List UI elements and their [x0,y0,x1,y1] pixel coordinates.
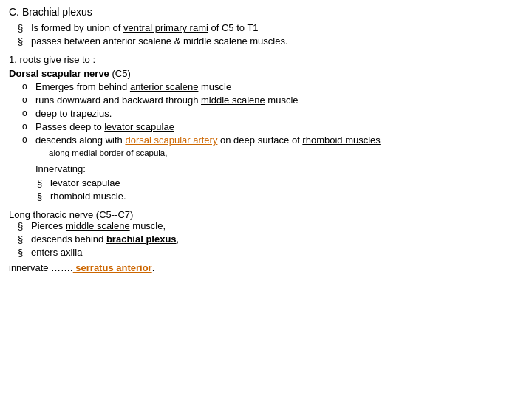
lt-3: enters axilla [31,247,523,258]
roots-label: roots [19,54,41,65]
small-indent-line: along medial border of scapula, [9,149,523,157]
bullet-1: Is formed by union of ventral primary ra… [31,22,523,33]
lt-underline: Long thoracic nerve [9,209,93,220]
lt-1: Pierces middle scalene muscle, [31,220,523,231]
long-thoracic-section: Long thoracic nerve (C5--C7) Pierces mid… [9,209,523,273]
lt1-underline: middle scalene [66,220,130,231]
c2-underline: middle scalene [201,95,265,106]
lt2-bold-underline: brachial plexus [106,233,177,245]
bullet-1-after: of C5 to T1 [208,22,259,33]
innervate-line: innervate ……. serratus anterior. [9,262,523,273]
bullet-1-before: Is formed by union of [31,22,123,33]
bullet-1-underline: ventral primary rami [123,22,208,33]
main-bullets: Is formed by union of ventral primary ra… [9,22,523,47]
long-thoracic-title: Long thoracic nerve (C5--C7) [9,209,523,220]
c3-text: deep to trapezius. [35,108,112,119]
innervate-before: innervate ……. [9,262,73,273]
innervating-1-text: levator scapulae [50,177,120,188]
innervating-title: Innervating: [35,163,523,174]
innervate-dot: . [152,262,155,273]
c5-before: descends along with [35,134,125,146]
lt3-text: enters axilla [31,247,82,258]
circle-5: descends along with dorsal scapular arte… [35,134,523,146]
lt1-before: Pierces [31,220,66,231]
c5-orange: dorsal scapular artery [125,134,217,146]
circle-list: Emerges from behind anterior scalene mus… [9,81,523,146]
dorsal-after: (C5) [109,68,131,79]
innervating-2: rhomboid muscle. [50,191,523,202]
c5-underline2: rhomboid muscles [302,134,381,146]
lt1-after: muscle, [130,220,166,231]
lt-2: descends behind brachial plexus, [31,233,523,245]
c1-underline: anterior scalene [130,81,199,92]
lt-bullets: Pierces middle scalene muscle, descends … [9,220,523,258]
roots-after: give rise to : [41,54,95,65]
section-label: C. Brachial plexus [9,6,92,18]
innervating-2-text: rhomboid muscle. [50,191,126,202]
innervating-1: levator scapulae [50,177,523,188]
innervating-list: levator scapulae rhomboid muscle. [35,177,523,202]
c2-before: runs downward and backward through [35,95,201,106]
innervating-label: Innervating: [35,163,86,174]
circle-4: Passes deep to levator scapulae [35,121,523,132]
bullet-2: passes between anterior scalene & middle… [31,35,523,47]
lt2-after: , [177,233,180,245]
small-indent-text: along medial border of scapula, [49,149,167,157]
section-title: C. Brachial plexus [9,6,523,18]
c1-after: muscle [198,81,231,92]
bullet-2-text: passes between anterior scalene & middle… [31,35,288,47]
innervating-section: Innervating: levator scapulae rhomboid m… [9,163,523,202]
lt-after: (C5--C7) [93,209,133,220]
circle-1: Emerges from behind anterior scalene mus… [35,81,523,92]
c5-mid: on deep surface of [217,134,302,146]
c1-before: Emerges from behind [35,81,130,92]
roots-number: 1. [9,54,19,65]
lt2-before: descends behind [31,233,106,245]
dorsal-title: Dorsal scapular nerve (C5) [9,68,523,79]
c4-underline: levator scapulae [104,121,174,132]
circle-3: deep to trapezius. [35,108,523,119]
page-content: C. Brachial plexus Is formed by union of… [9,6,523,273]
innervate-orange: serratus anterior [73,262,152,273]
roots-line: 1. roots give rise to : [9,54,523,65]
dorsal-bold: Dorsal scapular nerve [9,68,109,79]
circle-2: runs downward and backward through middl… [35,95,523,106]
c2-after: muscle [265,95,299,106]
c4-before: Passes deep to [35,121,104,132]
